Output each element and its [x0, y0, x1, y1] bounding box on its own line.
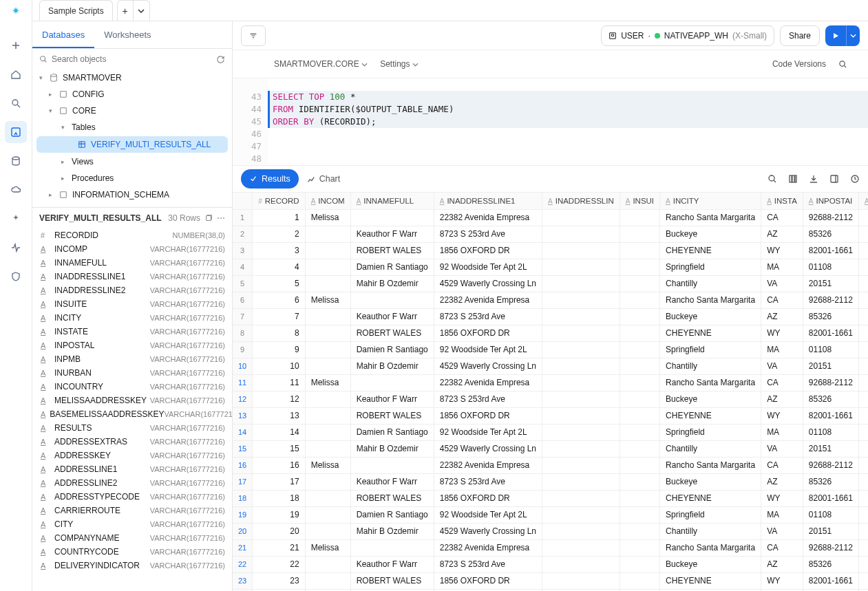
- column-row[interactable]: AADDRESSKEYVARCHAR(16777216): [32, 449, 232, 462]
- column-row[interactable]: #RECORDIDNUMBER(38,0): [32, 228, 232, 242]
- search-icon[interactable]: [5, 92, 27, 114]
- context-selector[interactable]: SMARTMOVER.CORE: [274, 59, 368, 69]
- column-header[interactable]: AINADDRESSLINE1: [434, 193, 542, 209]
- cloud-icon[interactable]: [5, 179, 27, 201]
- new-tab-button[interactable]: +: [117, 0, 134, 21]
- table-row[interactable]: 4 4 Damien R Santiago 92 Woodside Ter Ap…: [233, 259, 868, 275]
- table-row[interactable]: 20 20 Mahir B Ozdemir 4529 Waverly Cross…: [233, 523, 868, 539]
- column-row[interactable]: AMELISSAADDRESSKEYVARCHAR(16777216): [32, 394, 232, 407]
- table-row[interactable]: 12 12 Keauthor F Warr 8723 S 253rd Ave B…: [233, 391, 868, 407]
- table-row[interactable]: 14 14 Damien R Santiago 92 Woodside Ter …: [233, 424, 868, 440]
- column-row[interactable]: AINCOMPVARCHAR(16777216): [32, 242, 232, 256]
- role-selector[interactable]: USER · NATIVEAPP_WH (X-Small): [601, 25, 774, 46]
- table-row[interactable]: 16 16 Melissa 22382 Avenida Empresa Ranc…: [233, 457, 868, 473]
- code-editor[interactable]: 434445464748 SELECT TOP 100 * FROM IDENT…: [233, 78, 868, 165]
- code-versions-button[interactable]: Code Versions: [772, 59, 826, 69]
- table-row[interactable]: 5 5 Mahir B Ozdemir 4529 Waverly Crossin…: [233, 275, 868, 292]
- table-row[interactable]: 15 15 Mahir B Ozdemir 4529 Waverly Cross…: [233, 440, 868, 457]
- views-node[interactable]: ▸Views: [32, 153, 232, 170]
- column-row[interactable]: AINURBANVARCHAR(16777216): [32, 366, 232, 380]
- table-row[interactable]: 6 6 Melissa 22382 Avenida Empresa Rancho…: [233, 292, 868, 308]
- table-row[interactable]: 17 17 Keauthor F Warr 8723 S 253rd Ave B…: [233, 473, 868, 490]
- column-row[interactable]: AINADDRESSLINE2VARCHAR(16777216): [32, 283, 232, 297]
- run-button[interactable]: [825, 25, 860, 46]
- table-row[interactable]: 19 19 Damien R Santiago 92 Woodside Ter …: [233, 506, 868, 523]
- column-header[interactable]: AINSUI: [620, 193, 659, 209]
- column-header[interactable]: AINNAMEFULL: [350, 193, 434, 209]
- column-row[interactable]: AADDRESSLINE1VARCHAR(16777216): [32, 462, 232, 476]
- column-row[interactable]: ACARRIERROUTEVARCHAR(16777216): [32, 504, 232, 517]
- schema-node[interactable]: ▸INFORMATION_SCHEMA: [32, 186, 232, 203]
- worksheets-icon[interactable]: [5, 121, 27, 143]
- schema-node[interactable]: ▸CONFIG: [32, 86, 232, 103]
- column-row[interactable]: AADDRESSEXTRASVARCHAR(16777216): [32, 435, 232, 449]
- worksheet-tab[interactable]: Sample Scripts: [39, 0, 113, 21]
- chart-tab[interactable]: Chart: [307, 174, 341, 184]
- column-row[interactable]: ABASEMELISSAADDRESSKEYVARCHAR(16777216): [32, 407, 232, 421]
- download-icon[interactable]: [809, 174, 818, 184]
- table-row[interactable]: 2 2 Keauthor F Warr 8723 S 253rd Ave Buc…: [233, 226, 868, 242]
- results-tab[interactable]: Results: [241, 169, 299, 189]
- columns-icon[interactable]: [788, 174, 798, 184]
- procedures-node[interactable]: ▸Procedures: [32, 170, 232, 186]
- schema-node[interactable]: ▾CORE: [32, 103, 232, 119]
- column-header[interactable]: AINCITY: [660, 193, 761, 209]
- table-node-selected[interactable]: VERIFY_MULTI_RESULTS_ALL: [36, 136, 228, 153]
- search-code-icon[interactable]: [838, 60, 847, 69]
- tab-dropdown-button[interactable]: [134, 0, 150, 21]
- db-node[interactable]: ▾SMARTMOVER: [32, 69, 232, 86]
- column-header[interactable]: AINPOSTAI: [803, 193, 858, 209]
- table-row[interactable]: 11 11 Melissa 22382 Avenida Empresa Ranc…: [233, 374, 868, 391]
- more-icon[interactable]: ⋯: [217, 213, 225, 223]
- table-row[interactable]: 7 7 Keauthor F Warr 8723 S 253rd Ave Buc…: [233, 308, 868, 325]
- column-row[interactable]: AINADDRESSLINE1VARCHAR(16777216): [32, 270, 232, 283]
- shield-icon[interactable]: [5, 266, 27, 288]
- table-row[interactable]: 9 9 Damien R Santiago 92 Woodside Ter Ap…: [233, 341, 868, 358]
- column-header[interactable]: #RECORD: [253, 193, 305, 209]
- tables-node[interactable]: ▾Tables: [32, 119, 232, 136]
- table-row[interactable]: 18 18 ROBERT WALES 1856 OXFORD DR CHEYEN…: [233, 490, 868, 506]
- column-header[interactable]: AINPM: [858, 193, 868, 209]
- data-icon[interactable]: [5, 150, 27, 172]
- tab-worksheets[interactable]: Worksheets: [94, 21, 160, 48]
- column-row[interactable]: ACOMPANYNAMEVARCHAR(16777216): [32, 531, 232, 545]
- activity-icon[interactable]: [5, 237, 27, 259]
- column-row[interactable]: AINCOUNTRYVARCHAR(16777216): [32, 380, 232, 394]
- table-row[interactable]: 22 22 Keauthor F Warr 8723 S 253rd Ave B…: [233, 556, 868, 572]
- column-row[interactable]: AINPMBVARCHAR(16777216): [32, 352, 232, 366]
- column-row[interactable]: AINSUITEVARCHAR(16777216): [32, 297, 232, 311]
- share-button[interactable]: Share: [780, 25, 820, 46]
- column-row[interactable]: ACOUNTRYCODEVARCHAR(16777216): [32, 545, 232, 559]
- tab-databases[interactable]: Databases: [32, 21, 94, 48]
- column-row[interactable]: AADDRESSTYPECODEVARCHAR(16777216): [32, 490, 232, 504]
- table-row[interactable]: 21 21 Melissa 22382 Avenida Empresa Ranc…: [233, 539, 868, 556]
- home-icon[interactable]: [5, 63, 27, 85]
- panel-icon[interactable]: [829, 174, 839, 184]
- table-row[interactable]: 3 3 ROBERT WALES 1856 OXFORD DR CHEYENNE…: [233, 242, 868, 259]
- plus-icon[interactable]: [5, 34, 27, 56]
- run-options-icon[interactable]: [846, 25, 860, 46]
- column-row[interactable]: AINSTATEVARCHAR(16777216): [32, 325, 232, 339]
- column-header[interactable]: AINADDRESSLIN: [542, 193, 620, 209]
- column-header[interactable]: AINSTA: [761, 193, 803, 209]
- column-row[interactable]: AADDRESSLINE2VARCHAR(16777216): [32, 476, 232, 490]
- filter-button[interactable]: [241, 25, 266, 46]
- column-header[interactable]: AINCOM: [305, 193, 350, 209]
- table-row[interactable]: 23 23 ROBERT WALES 1856 OXFORD DR CHEYEN…: [233, 572, 868, 589]
- table-row[interactable]: 8 8 ROBERT WALES 1856 OXFORD DR CHEYENNE…: [233, 325, 868, 341]
- sparkle-icon[interactable]: [5, 208, 27, 230]
- table-row[interactable]: 10 10 Mahir B Ozdemir 4529 Waverly Cross…: [233, 358, 868, 374]
- column-row[interactable]: ARESULTSVARCHAR(16777216): [32, 421, 232, 435]
- search-input[interactable]: [52, 54, 212, 64]
- column-row[interactable]: AINPOSTALVARCHAR(16777216): [32, 339, 232, 352]
- column-row[interactable]: AINNAMEFULLVARCHAR(16777216): [32, 256, 232, 270]
- copy-icon[interactable]: [204, 214, 213, 222]
- column-row[interactable]: ACITYVARCHAR(16777216): [32, 517, 232, 531]
- table-row[interactable]: 13 13 ROBERT WALES 1856 OXFORD DR CHEYEN…: [233, 407, 868, 424]
- clock-icon[interactable]: [850, 174, 860, 184]
- settings-selector[interactable]: Settings: [380, 59, 419, 69]
- column-row[interactable]: AINCITYVARCHAR(16777216): [32, 311, 232, 325]
- column-row[interactable]: ADELIVERYINDICATORVARCHAR(16777216): [32, 559, 232, 572]
- table-row[interactable]: 1 1 Melissa 22382 Avenida Empresa Rancho…: [233, 209, 868, 226]
- search-results-icon[interactable]: [768, 174, 777, 184]
